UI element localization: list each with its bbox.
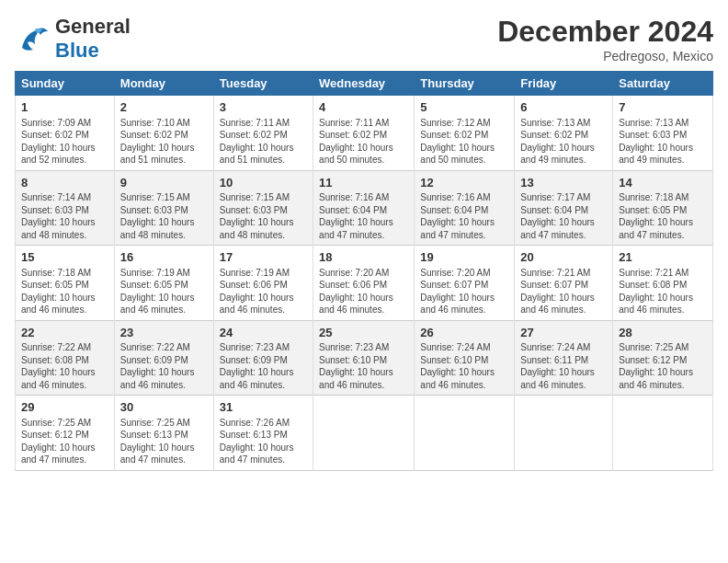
day-info: Sunrise: 7:15 AM Sunset: 6:03 PM Dayligh…	[220, 191, 307, 241]
calendar-cell: 24Sunrise: 7:23 AM Sunset: 6:09 PM Dayli…	[213, 320, 313, 396]
day-number: 9	[120, 175, 208, 191]
calendar-cell	[415, 396, 515, 471]
logo: General Blue	[15, 15, 131, 63]
day-number: 29	[21, 399, 108, 416]
day-number: 3	[220, 99, 307, 116]
day-number: 19	[420, 249, 508, 266]
day-number: 6	[520, 99, 607, 116]
day-info: Sunrise: 7:25 AM Sunset: 6:13 PM Dayligh…	[120, 417, 208, 466]
calendar-table: Sunday Monday Tuesday Wednesday Thursday…	[15, 71, 713, 471]
calendar-week-row: 22Sunrise: 7:22 AM Sunset: 6:08 PM Dayli…	[16, 320, 713, 396]
calendar-cell: 9Sunrise: 7:15 AM Sunset: 6:03 PM Daylig…	[114, 170, 213, 246]
calendar-cell: 12Sunrise: 7:16 AM Sunset: 6:04 PM Dayli…	[415, 170, 515, 246]
day-info: Sunrise: 7:20 AM Sunset: 6:06 PM Dayligh…	[319, 267, 408, 316]
day-number: 8	[21, 175, 108, 191]
page-header: General Blue December 2024 Pedregoso, Me…	[15, 15, 713, 63]
col-sunday: Sunday	[16, 72, 115, 96]
day-info: Sunrise: 7:10 AM Sunset: 6:02 PM Dayligh…	[120, 117, 208, 167]
day-info: Sunrise: 7:11 AM Sunset: 6:02 PM Dayligh…	[220, 117, 307, 167]
calendar-cell: 23Sunrise: 7:22 AM Sunset: 6:09 PM Dayli…	[114, 320, 213, 396]
calendar-cell: 31Sunrise: 7:26 AM Sunset: 6:13 PM Dayli…	[213, 396, 313, 471]
day-number: 21	[619, 249, 707, 266]
title-block: December 2024 Pedregoso, Mexico	[497, 15, 713, 63]
calendar-cell: 17Sunrise: 7:19 AM Sunset: 6:06 PM Dayli…	[213, 246, 313, 321]
day-number: 23	[120, 325, 208, 341]
calendar-cell: 10Sunrise: 7:15 AM Sunset: 6:03 PM Dayli…	[213, 170, 313, 246]
calendar-cell: 7Sunrise: 7:13 AM Sunset: 6:03 PM Daylig…	[613, 96, 713, 171]
calendar-cell: 22Sunrise: 7:22 AM Sunset: 6:08 PM Dayli…	[16, 320, 115, 396]
day-info: Sunrise: 7:24 AM Sunset: 6:11 PM Dayligh…	[520, 341, 607, 391]
logo-text: General Blue	[55, 15, 131, 63]
col-thursday: Thursday	[415, 72, 515, 96]
day-info: Sunrise: 7:24 AM Sunset: 6:10 PM Dayligh…	[420, 341, 508, 391]
day-info: Sunrise: 7:16 AM Sunset: 6:04 PM Dayligh…	[420, 191, 508, 241]
day-info: Sunrise: 7:21 AM Sunset: 6:07 PM Dayligh…	[520, 267, 607, 316]
calendar-cell: 27Sunrise: 7:24 AM Sunset: 6:11 PM Dayli…	[515, 320, 613, 396]
calendar-cell: 25Sunrise: 7:23 AM Sunset: 6:10 PM Dayli…	[313, 320, 415, 396]
col-saturday: Saturday	[613, 72, 713, 96]
day-info: Sunrise: 7:22 AM Sunset: 6:08 PM Dayligh…	[21, 341, 108, 391]
day-number: 4	[319, 99, 408, 116]
day-number: 11	[319, 175, 408, 191]
col-tuesday: Tuesday	[213, 72, 313, 96]
calendar-header-row: Sunday Monday Tuesday Wednesday Thursday…	[16, 72, 713, 96]
day-number: 18	[319, 249, 408, 266]
col-wednesday: Wednesday	[313, 72, 415, 96]
day-number: 17	[220, 249, 307, 266]
day-number: 20	[520, 249, 607, 266]
day-number: 12	[420, 175, 508, 191]
day-info: Sunrise: 7:11 AM Sunset: 6:02 PM Dayligh…	[319, 117, 408, 167]
calendar-cell: 29Sunrise: 7:25 AM Sunset: 6:12 PM Dayli…	[16, 396, 115, 471]
day-info: Sunrise: 7:18 AM Sunset: 6:05 PM Dayligh…	[21, 267, 108, 316]
day-info: Sunrise: 7:23 AM Sunset: 6:10 PM Dayligh…	[319, 341, 408, 391]
calendar-week-row: 15Sunrise: 7:18 AM Sunset: 6:05 PM Dayli…	[16, 246, 713, 321]
day-info: Sunrise: 7:23 AM Sunset: 6:09 PM Dayligh…	[220, 341, 307, 391]
day-info: Sunrise: 7:26 AM Sunset: 6:13 PM Dayligh…	[220, 417, 307, 466]
day-info: Sunrise: 7:14 AM Sunset: 6:03 PM Dayligh…	[21, 191, 108, 241]
day-info: Sunrise: 7:19 AM Sunset: 6:05 PM Dayligh…	[120, 267, 208, 316]
calendar-cell: 2Sunrise: 7:10 AM Sunset: 6:02 PM Daylig…	[114, 96, 213, 171]
calendar-cell: 6Sunrise: 7:13 AM Sunset: 6:02 PM Daylig…	[515, 96, 613, 171]
day-info: Sunrise: 7:22 AM Sunset: 6:09 PM Dayligh…	[120, 341, 208, 391]
calendar-week-row: 1Sunrise: 7:09 AM Sunset: 6:02 PM Daylig…	[16, 96, 713, 171]
calendar-week-row: 8Sunrise: 7:14 AM Sunset: 6:03 PM Daylig…	[16, 170, 713, 246]
day-info: Sunrise: 7:20 AM Sunset: 6:07 PM Dayligh…	[420, 267, 508, 316]
logo-icon	[15, 22, 51, 55]
day-number: 28	[619, 325, 707, 341]
day-info: Sunrise: 7:16 AM Sunset: 6:04 PM Dayligh…	[319, 191, 408, 241]
calendar-cell: 28Sunrise: 7:25 AM Sunset: 6:12 PM Dayli…	[613, 320, 713, 396]
calendar-cell: 14Sunrise: 7:18 AM Sunset: 6:05 PM Dayli…	[613, 170, 713, 246]
calendar-cell: 11Sunrise: 7:16 AM Sunset: 6:04 PM Dayli…	[313, 170, 415, 246]
day-info: Sunrise: 7:25 AM Sunset: 6:12 PM Dayligh…	[21, 417, 108, 466]
calendar-cell: 26Sunrise: 7:24 AM Sunset: 6:10 PM Dayli…	[415, 320, 515, 396]
col-monday: Monday	[114, 72, 213, 96]
day-info: Sunrise: 7:17 AM Sunset: 6:04 PM Dayligh…	[520, 191, 607, 241]
calendar-cell	[515, 396, 613, 471]
day-info: Sunrise: 7:21 AM Sunset: 6:08 PM Dayligh…	[619, 267, 707, 316]
day-number: 22	[21, 325, 108, 341]
day-info: Sunrise: 7:13 AM Sunset: 6:02 PM Dayligh…	[520, 117, 607, 167]
calendar-cell: 21Sunrise: 7:21 AM Sunset: 6:08 PM Dayli…	[613, 246, 713, 321]
day-info: Sunrise: 7:09 AM Sunset: 6:02 PM Dayligh…	[21, 117, 108, 167]
col-friday: Friday	[515, 72, 613, 96]
calendar-cell: 4Sunrise: 7:11 AM Sunset: 6:02 PM Daylig…	[313, 96, 415, 171]
calendar-cell: 8Sunrise: 7:14 AM Sunset: 6:03 PM Daylig…	[16, 170, 115, 246]
page-container: General Blue December 2024 Pedregoso, Me…	[0, 0, 728, 478]
day-number: 10	[220, 175, 307, 191]
calendar-cell: 15Sunrise: 7:18 AM Sunset: 6:05 PM Dayli…	[16, 246, 115, 321]
day-info: Sunrise: 7:18 AM Sunset: 6:05 PM Dayligh…	[619, 191, 707, 241]
day-info: Sunrise: 7:25 AM Sunset: 6:12 PM Dayligh…	[619, 341, 707, 391]
day-info: Sunrise: 7:13 AM Sunset: 6:03 PM Dayligh…	[619, 117, 707, 167]
day-number: 5	[420, 99, 508, 116]
day-number: 15	[21, 249, 108, 266]
calendar-cell: 5Sunrise: 7:12 AM Sunset: 6:02 PM Daylig…	[415, 96, 515, 171]
day-number: 25	[319, 325, 408, 341]
calendar-cell: 19Sunrise: 7:20 AM Sunset: 6:07 PM Dayli…	[415, 246, 515, 321]
day-number: 27	[520, 325, 607, 341]
day-info: Sunrise: 7:19 AM Sunset: 6:06 PM Dayligh…	[220, 267, 307, 316]
calendar-cell: 3Sunrise: 7:11 AM Sunset: 6:02 PM Daylig…	[213, 96, 313, 171]
day-number: 31	[220, 399, 307, 416]
calendar-cell: 16Sunrise: 7:19 AM Sunset: 6:05 PM Dayli…	[114, 246, 213, 321]
calendar-cell	[613, 396, 713, 471]
day-number: 30	[120, 399, 208, 416]
